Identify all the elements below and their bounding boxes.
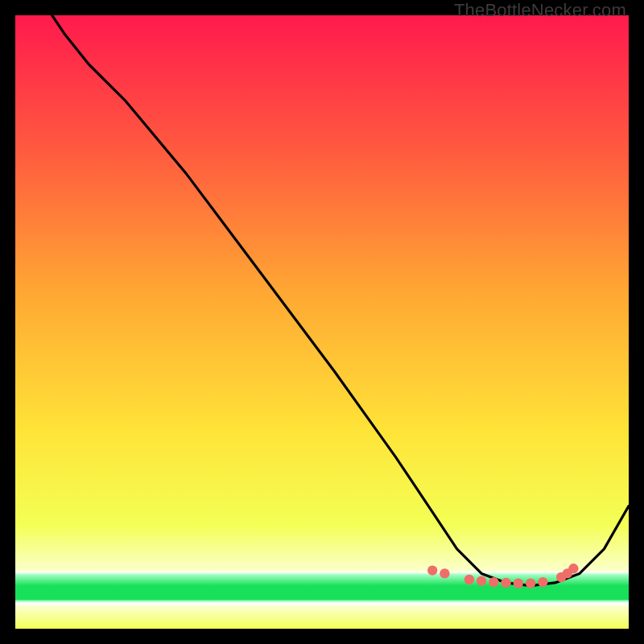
gradient-bg bbox=[15, 15, 629, 629]
chart-svg bbox=[15, 15, 629, 629]
highlight-dot bbox=[526, 578, 535, 588]
highlight-dot bbox=[427, 565, 437, 575]
highlight-dot bbox=[538, 577, 547, 587]
highlight-dot bbox=[501, 578, 510, 588]
highlight-dot bbox=[477, 576, 486, 585]
highlight-dot bbox=[440, 568, 449, 578]
highlight-dot bbox=[464, 575, 474, 584]
highlight-dot bbox=[568, 564, 578, 573]
watermark-text: TheBottleNecker.com bbox=[454, 0, 626, 21]
highlight-dot bbox=[489, 577, 498, 587]
highlight-dot bbox=[514, 578, 523, 588]
chart-frame bbox=[15, 15, 629, 629]
